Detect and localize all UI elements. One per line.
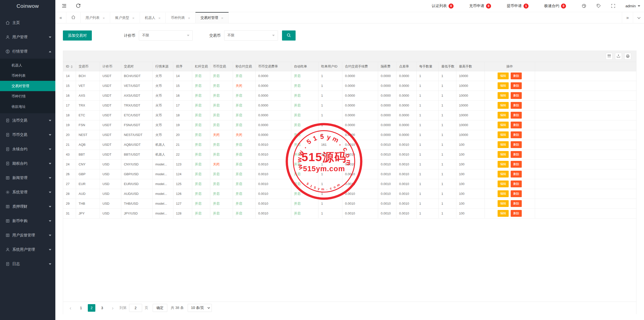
close-icon[interactable]: × xyxy=(103,16,105,20)
sidebar-item-fiat-trade[interactable]: 法币交易 xyxy=(0,113,55,128)
status-toggle[interactable]: 开启 xyxy=(195,74,202,78)
delete-button[interactable]: 删除 xyxy=(511,141,522,148)
status-toggle[interactable]: 开启 xyxy=(213,192,220,196)
status-toggle[interactable]: 开启 xyxy=(213,143,220,147)
sidebar-item-user-mgmt[interactable]: 用户管理 xyxy=(0,30,55,44)
sidebar-item-feedback[interactable]: 用户反馈管理 xyxy=(0,228,55,242)
status-toggle[interactable]: 开启 xyxy=(195,211,202,215)
status-toggle[interactable]: 开启 xyxy=(236,202,242,205)
nav-fast-contract[interactable]: 极速合约0 xyxy=(544,4,566,9)
tabs-scroll-right-button[interactable]: » xyxy=(622,12,633,23)
sort-icon[interactable] xyxy=(71,65,73,68)
status-toggle[interactable]: 关闭 xyxy=(236,133,242,137)
status-toggle[interactable]: 开启 xyxy=(294,202,301,205)
status-toggle[interactable]: 开启 xyxy=(195,172,202,176)
edit-button[interactable]: 编辑 xyxy=(498,131,509,138)
status-toggle[interactable]: 开启 xyxy=(236,192,242,196)
edit-button[interactable]: 编辑 xyxy=(498,102,509,109)
status-toggle[interactable]: 开启 xyxy=(294,84,301,88)
sidebar-item-new-coin[interactable]: 新币申购 xyxy=(0,214,55,228)
edit-button[interactable]: 编辑 xyxy=(498,161,509,168)
status-toggle[interactable]: 开启 xyxy=(236,103,242,107)
edit-button[interactable]: 编辑 xyxy=(498,200,509,207)
delete-button[interactable]: 删除 xyxy=(511,161,522,168)
status-toggle[interactable]: 开启 xyxy=(236,153,242,156)
prev-page-button[interactable]: ‹ xyxy=(67,304,74,312)
status-toggle[interactable]: 开启 xyxy=(213,211,220,215)
status-toggle[interactable]: 开启 xyxy=(294,143,301,147)
edit-button[interactable]: 编辑 xyxy=(498,171,509,177)
nav-auth-list[interactable]: 认证列表0 xyxy=(432,4,454,9)
sidebar-item-system-users[interactable]: 系统用户管理 xyxy=(0,242,55,257)
next-page-button[interactable]: › xyxy=(109,304,116,312)
edit-button[interactable]: 编辑 xyxy=(498,92,509,99)
delete-button[interactable]: 删除 xyxy=(511,200,522,207)
status-toggle[interactable]: 开启 xyxy=(213,123,220,127)
status-toggle[interactable]: 开启 xyxy=(195,123,202,127)
delete-button[interactable]: 删除 xyxy=(511,171,522,177)
add-trade-pair-button[interactable]: 添加交易对 xyxy=(63,30,92,41)
sidebar-item-market-mgmt[interactable]: $行情管理 xyxy=(0,44,55,59)
status-toggle[interactable]: 开启 xyxy=(213,74,220,78)
status-toggle[interactable]: 开启 xyxy=(195,153,202,156)
status-toggle[interactable]: 关闭 xyxy=(213,133,220,137)
status-toggle[interactable]: 开启 xyxy=(294,153,301,156)
status-toggle[interactable]: 开启 xyxy=(195,162,202,166)
tab-trade-pair-mgmt[interactable]: 交易对管理× xyxy=(195,12,229,23)
sidebar-item-coin-market[interactable]: 币种行情 xyxy=(0,91,55,101)
page-size-select[interactable]: 10 条/页 xyxy=(188,304,212,312)
delete-button[interactable]: 删除 xyxy=(511,210,522,217)
status-toggle[interactable]: 开启 xyxy=(236,123,242,127)
status-toggle[interactable]: 开启 xyxy=(236,143,242,147)
search-button[interactable] xyxy=(282,30,296,41)
status-toggle[interactable]: 开启 xyxy=(236,162,242,166)
status-toggle[interactable]: 开启 xyxy=(294,192,301,196)
delete-button[interactable]: 删除 xyxy=(511,151,522,158)
status-toggle[interactable]: 开启 xyxy=(195,113,202,117)
sidebar-item-staking[interactable]: 质押理财 xyxy=(0,199,55,214)
base-coin-select[interactable]: 不限 xyxy=(224,30,278,41)
edit-button[interactable]: 编辑 xyxy=(498,151,509,158)
delete-button[interactable]: 删除 xyxy=(511,82,522,89)
export-button[interactable] xyxy=(615,53,622,60)
edit-button[interactable]: 编辑 xyxy=(498,181,509,187)
tabs-scroll-left-button[interactable]: « xyxy=(55,12,66,23)
delete-button[interactable]: 删除 xyxy=(511,131,522,138)
tab-coin-list[interactable]: 币种列表× xyxy=(166,12,195,23)
status-toggle[interactable]: 开启 xyxy=(195,133,202,137)
sidebar-item-spot-trade[interactable]: 币币交易 xyxy=(0,128,55,142)
sidebar-item-trade-pair-mgmt[interactable]: 交易对管理 xyxy=(0,81,55,91)
delete-button[interactable]: 删除 xyxy=(511,112,522,119)
status-toggle[interactable]: 开启 xyxy=(195,84,202,88)
close-icon[interactable]: × xyxy=(132,16,135,20)
delete-button[interactable]: 删除 xyxy=(511,102,522,109)
sidebar-item-receive-address[interactable]: 收款地址 xyxy=(0,101,55,112)
status-toggle[interactable]: 开启 xyxy=(195,103,202,107)
close-icon[interactable]: × xyxy=(188,16,190,20)
status-toggle[interactable]: 开启 xyxy=(236,211,242,215)
status-toggle[interactable]: 开启 xyxy=(213,153,220,156)
status-toggle[interactable]: 开启 xyxy=(213,182,220,186)
status-toggle[interactable]: 开启 xyxy=(236,94,242,97)
status-toggle[interactable]: 开启 xyxy=(236,74,242,78)
status-toggle[interactable]: 开启 xyxy=(195,143,202,147)
sidebar-item-logs[interactable]: 日志 xyxy=(0,257,55,271)
status-toggle[interactable]: 开启 xyxy=(294,123,301,127)
edit-button[interactable]: 编辑 xyxy=(498,112,509,119)
status-toggle[interactable]: 开启 xyxy=(294,113,301,117)
confirm-page-button[interactable]: 确定 xyxy=(153,304,167,312)
edit-button[interactable]: 编辑 xyxy=(498,141,509,148)
nav-withdraw-request[interactable]: 提币申请1 xyxy=(507,4,529,9)
delete-button[interactable]: 删除 xyxy=(511,92,522,99)
delete-button[interactable]: 删除 xyxy=(511,181,522,187)
tag-button[interactable] xyxy=(596,4,601,9)
status-toggle[interactable]: 开启 xyxy=(236,182,242,186)
status-toggle[interactable]: 开启 xyxy=(195,182,202,186)
edit-button[interactable]: 编辑 xyxy=(498,73,509,79)
theme-button[interactable] xyxy=(582,4,587,9)
status-toggle[interactable]: 开启 xyxy=(213,94,220,97)
page-button-2[interactable]: 2 xyxy=(88,304,95,312)
tab-robot[interactable]: 机器人× xyxy=(140,12,166,23)
page-button-3[interactable]: 3 xyxy=(98,304,106,312)
status-toggle[interactable]: 开启 xyxy=(236,113,242,117)
